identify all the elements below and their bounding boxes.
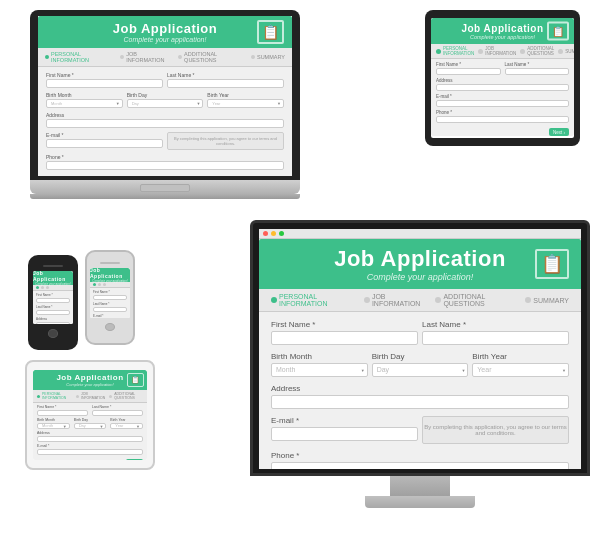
laptop-year-select[interactable]: Year ▼: [207, 99, 284, 108]
laptop-step-2: JOB INFORMATION: [117, 50, 175, 64]
laptop-address-label: Address: [46, 112, 284, 118]
laptop-app-subtitle: Complete your application!: [124, 36, 207, 43]
laptop-note-text: By completing this application, you agre…: [168, 136, 283, 146]
laptop-form: First Name * Last Name * Birth Month: [38, 67, 292, 176]
monitor-day-select[interactable]: Day ▼: [372, 363, 469, 377]
laptop-foot: [30, 194, 300, 199]
tablet-sm-steps: PERSONAL INFORMATION JOB INFORMATION ADD…: [33, 390, 147, 403]
laptop-app-title: Job Application: [113, 21, 218, 36]
tablet-sm-subtitle: Complete your application!: [66, 382, 113, 387]
laptop-name-row: First Name * Last Name *: [46, 72, 284, 88]
monitor-firstname-input[interactable]: [271, 331, 418, 345]
laptop-birth-row: Birth Month Month ▼ Birth Day Day ▼: [46, 92, 284, 108]
tablet-tr-step-2: JOB INFORMATION: [476, 45, 518, 57]
tablet-sm-header: Job Application Complete your applicatio…: [33, 370, 147, 390]
tablet-sm-icon: 📋: [127, 373, 144, 387]
monitor-app-screen: Job Application Complete your applicatio…: [259, 239, 581, 469]
phone-dark-screen: Job Application Complete your applicatio…: [33, 271, 73, 324]
phone-light-app: Job Application Complete your applicatio…: [90, 268, 130, 318]
monitor-month-select[interactable]: Month ▼: [271, 363, 368, 377]
monitor-address-input[interactable]: [271, 395, 569, 409]
monitor-month-field: Birth Month Month ▼: [271, 352, 368, 377]
monitor-toolbar: [259, 229, 581, 239]
tablet-sm-body: Job Application Complete your applicatio…: [25, 360, 155, 470]
monitor-lastname-field: Last Name *: [422, 320, 569, 345]
tablet-sm-app-screen: Job Application Complete your applicatio…: [33, 370, 147, 460]
monitor-dot-green: [279, 231, 284, 236]
laptop-note-field: By completing this application, you agre…: [167, 132, 284, 150]
laptop-phone-row: Phone *: [46, 154, 284, 170]
laptop-phone-input[interactable]: [46, 161, 284, 170]
tablet-top-right-device: Job Application Complete your applicatio…: [425, 10, 580, 146]
laptop-firstname-field: First Name *: [46, 72, 163, 88]
laptop-email-input[interactable]: [46, 139, 163, 148]
phone-dark-form: First Name * Last Name * Address: [33, 291, 73, 324]
phone-light-header: Job Application Complete your applicatio…: [90, 268, 130, 282]
phone-light-home: [105, 323, 115, 331]
monitor-email-input[interactable]: [271, 427, 418, 441]
laptop-lastname-label: Last Name *: [167, 72, 284, 78]
monitor-firstname-field: First Name *: [271, 320, 418, 345]
laptop-address-field: Address: [46, 112, 284, 128]
tablet-tr-step-1: PERSONAL INFORMATION: [434, 45, 476, 57]
monitor-phone-input[interactable]: [271, 462, 569, 469]
phone-dark-subtitle: Complete your application!: [35, 282, 71, 286]
tablet-sm-title: Job Application: [56, 373, 123, 382]
phone-dark-device: Job Application Complete your applicatio…: [28, 255, 78, 350]
monitor-stand-top: [390, 476, 450, 496]
phone-light-device: Job Application Complete your applicatio…: [85, 250, 135, 345]
laptop-step-dot-3: [178, 55, 182, 59]
monitor-note-field: By completing this application, you agre…: [422, 416, 569, 444]
laptop-day-arrow: ▼: [196, 101, 200, 106]
laptop-app-screen: Job Application Complete your applicatio…: [38, 16, 292, 176]
laptop-trackpad: [140, 184, 190, 192]
laptop-app-icon: 📋: [257, 20, 284, 44]
laptop-address-input[interactable]: [46, 119, 284, 128]
phone-light-subtitle: Complete your application!: [92, 279, 128, 283]
monitor-bezel: Job Application Complete your applicatio…: [250, 220, 590, 476]
phone-dark-body: Job Application Complete your applicatio…: [28, 255, 78, 350]
laptop-email-label: E-mail *: [46, 132, 163, 138]
monitor-year-select[interactable]: Year ▼: [472, 363, 569, 377]
monitor-step-4: SUMMARY: [521, 296, 573, 305]
laptop-step-dot-2: [120, 55, 124, 59]
laptop-month-field: Birth Month Month ▼: [46, 92, 123, 108]
tablet-tr-step-4: SUMMARY: [556, 48, 574, 55]
monitor-app-header: Job Application Complete your applicatio…: [259, 239, 581, 289]
laptop-day-field: Birth Day Day ▼: [127, 92, 204, 108]
laptop-month-select[interactable]: Month ▼: [46, 99, 123, 108]
laptop-phone-field: Phone *: [46, 154, 284, 170]
tablet-tr-title: Job Application: [461, 23, 543, 34]
monitor-note-text: By completing this application, you agre…: [423, 424, 568, 436]
laptop-email-row: E-mail * By completing this application,…: [46, 132, 284, 150]
tablet-tr-subtitle: Complete your application!: [470, 34, 535, 40]
laptop-address-row: Address: [46, 112, 284, 128]
monitor-note-box: By completing this application, you agre…: [422, 416, 569, 444]
monitor-app-title: Job Application: [334, 246, 506, 272]
laptop-note-box: By completing this application, you agre…: [167, 132, 284, 150]
tablet-sm-next-button[interactable]: Next ›: [126, 459, 143, 460]
laptop-day-select[interactable]: Day ▼: [127, 99, 204, 108]
laptop-lastname-input[interactable]: [167, 79, 284, 88]
laptop-email-field: E-mail *: [46, 132, 163, 150]
tablet-sm-screen: Job Application Complete your applicatio…: [33, 370, 147, 460]
desktop-monitor-device: Job Application Complete your applicatio…: [250, 220, 590, 508]
tablet-tr-app-screen: Job Application Complete your applicatio…: [431, 18, 574, 136]
monitor-step-3: ADDITIONAL QUESTIONS: [431, 292, 521, 308]
tablet-tr-next-button[interactable]: Next ›: [549, 128, 569, 136]
monitor-lastname-input[interactable]: [422, 331, 569, 345]
tablet-tr-form: First Name * Last Name * Address: [431, 59, 574, 129]
phone-light-body: Job Application Complete your applicatio…: [85, 250, 135, 345]
monitor-phone-field: Phone *: [271, 451, 569, 469]
laptop-step-dot-1: [45, 55, 49, 59]
phone-dark-home: [48, 329, 58, 338]
laptop-day-label: Birth Day: [127, 92, 204, 98]
laptop-phone-label: Phone *: [46, 154, 284, 160]
laptop-year-arrow: ▼: [277, 101, 281, 106]
laptop-base: [30, 180, 300, 194]
laptop-firstname-input[interactable]: [46, 79, 163, 88]
monitor-dot-red: [263, 231, 268, 236]
phone-dark-speaker: [43, 265, 63, 267]
phone-dark-title: Job Application: [33, 271, 73, 282]
monitor-email-field: E-mail *: [271, 416, 418, 444]
